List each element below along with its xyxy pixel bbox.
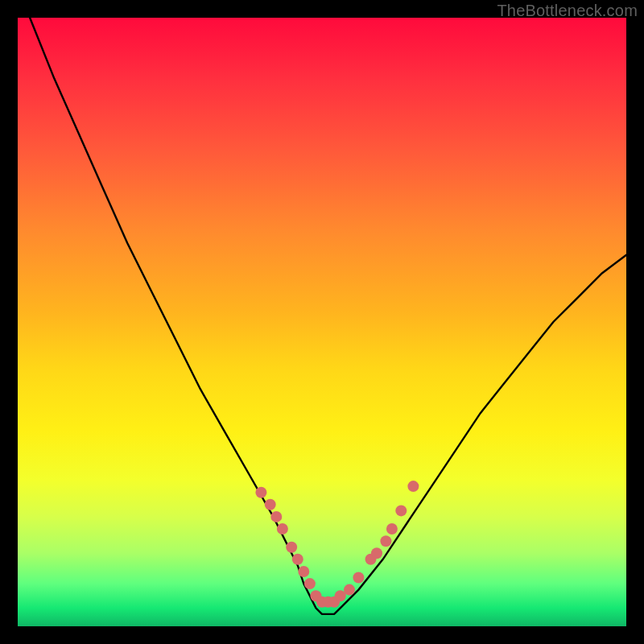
curve-marker (255, 487, 266, 498)
curve-marker (380, 535, 391, 547)
bottleneck-curve (30, 18, 626, 614)
curve-marker (298, 566, 309, 577)
curve-marker (270, 511, 282, 522)
curve-marker (286, 542, 297, 553)
curve-marker (386, 523, 398, 535)
curve-marker (353, 572, 364, 584)
curve-marker (344, 584, 355, 596)
curve-marker (265, 499, 276, 510)
curve-marker (304, 578, 316, 589)
curve-marker (292, 554, 303, 565)
watermark-label: TheBottleneck.com (497, 2, 638, 20)
curve-marker (395, 505, 407, 516)
curve-marker (407, 481, 419, 492)
chart-frame (18, 18, 626, 626)
curve-markers (255, 481, 419, 608)
chart-svg (18, 18, 626, 626)
curve-marker (277, 523, 288, 535)
curve-marker (371, 547, 382, 559)
